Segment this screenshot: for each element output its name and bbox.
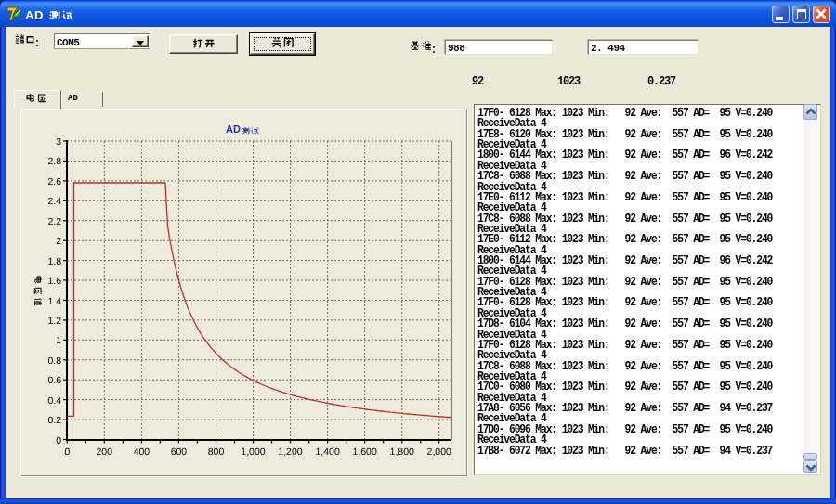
svg-text:0.2: 0.2 (47, 415, 61, 426)
svg-text:2.4: 2.4 (47, 196, 61, 207)
svg-text:1,600: 1,600 (352, 446, 376, 458)
svg-text:400: 400 (134, 446, 150, 458)
svg-text:0: 0 (56, 435, 61, 446)
svg-text:0: 0 (64, 446, 70, 458)
svg-text:1.4: 1.4 (47, 296, 61, 307)
svg-text:1,200: 1,200 (278, 446, 302, 458)
svg-text:2.2: 2.2 (47, 216, 61, 227)
svg-text:1.6: 1.6 (47, 276, 61, 287)
svg-text:1.2: 1.2 (47, 316, 61, 327)
svg-text:0.4: 0.4 (47, 395, 61, 407)
svg-text:3: 3 (56, 136, 61, 148)
svg-text:600: 600 (171, 446, 188, 458)
svg-text:200: 200 (97, 446, 113, 458)
svg-text:0.6: 0.6 (47, 375, 61, 386)
svg-text:800: 800 (208, 446, 225, 458)
svg-text:1.8: 1.8 (47, 256, 61, 267)
svg-text:1: 1 (56, 335, 61, 346)
svg-text:2.6: 2.6 (47, 176, 61, 187)
svg-text:0.8: 0.8 (47, 355, 61, 367)
svg-text:1,400: 1,400 (315, 446, 339, 458)
svg-text:2,000: 2,000 (427, 446, 451, 458)
svg-text:1,000: 1,000 (241, 446, 265, 458)
svg-text:2.8: 2.8 (47, 156, 61, 167)
svg-text:2: 2 (56, 236, 61, 247)
svg-text:1,800: 1,800 (390, 446, 414, 458)
